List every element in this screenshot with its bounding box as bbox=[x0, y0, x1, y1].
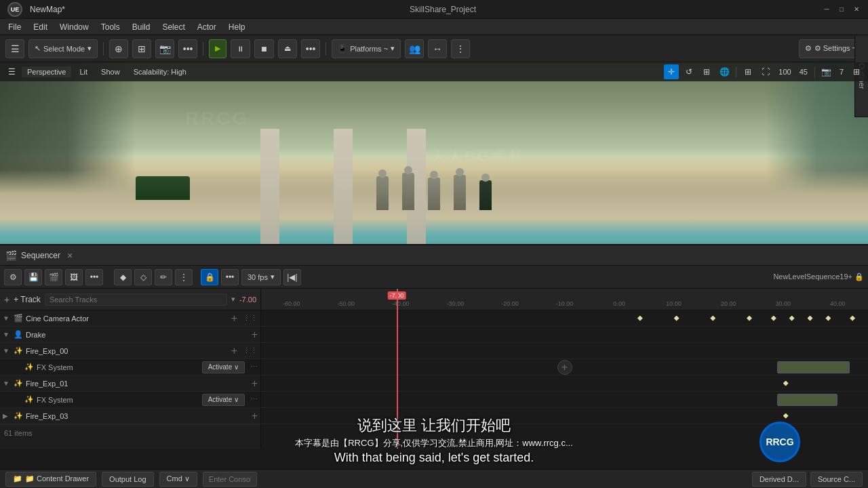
more-options-button[interactable]: ••• bbox=[178, 39, 197, 58]
activate-button-0[interactable]: Activate ∨ bbox=[202, 361, 245, 373]
add-to-track-fire01[interactable]: + bbox=[252, 378, 258, 389]
sequencer-toolbar: ⚙ 💾 🎬 🖼 ••• ◆ ◇ ✏ ⋮ 🔒 ••• 30 fps ▾ |◀| N… bbox=[0, 266, 868, 289]
share-button[interactable]: ↔ bbox=[428, 39, 447, 58]
track-fire-exp-00[interactable]: ▼ ✨ Fire_Exp_00 + ⋮⋮ bbox=[0, 343, 260, 359]
keyframe-7a bbox=[783, 413, 789, 419]
add-to-track-cine[interactable]: + bbox=[231, 313, 237, 324]
timeline-row-5 bbox=[261, 375, 868, 392]
expand-icon-fire00: ▼ bbox=[3, 347, 11, 354]
users-button[interactable]: 👥 bbox=[405, 39, 424, 58]
map-name: NewMap* bbox=[30, 5, 65, 14]
select-mode-label: Select Mode bbox=[43, 45, 85, 53]
sequencer-close-button[interactable]: × bbox=[67, 250, 73, 261]
activate-label-1: Activate ∨ bbox=[208, 396, 239, 403]
camera-button[interactable]: 📷 bbox=[155, 39, 174, 58]
pause-button[interactable]: ⏸ bbox=[231, 39, 250, 58]
launch-options-button[interactable]: ••• bbox=[301, 39, 320, 58]
sequencer-body: + + Track ▾ -7.00 ▼ 🎬 Cine Camera Actor … bbox=[0, 289, 868, 449]
figure-5 bbox=[479, 180, 492, 210]
viewport-menu-icon[interactable]: ☰ bbox=[4, 64, 19, 79]
seq-cine-btn[interactable]: 🎬 bbox=[45, 269, 62, 285]
snap-button[interactable]: ⊞ bbox=[132, 39, 151, 58]
window-controls: ─ □ ✕ bbox=[821, 3, 863, 16]
timeline-row-4: + bbox=[261, 359, 868, 375]
settings-icon: ⚙ bbox=[805, 44, 812, 53]
content-drawer-button[interactable]: 📁 📁 Content Drawer bbox=[5, 472, 96, 487]
seq-more-btn[interactable]: ⋮ bbox=[175, 269, 193, 285]
menu-tools[interactable]: Tools bbox=[96, 21, 125, 33]
grid-icon[interactable]: ⊞ bbox=[741, 64, 755, 79]
menu-edit[interactable]: Edit bbox=[28, 21, 53, 33]
select-mode-button[interactable]: ↖ Select Mode ▾ bbox=[28, 39, 98, 58]
track-fire-exp-01[interactable]: ▼ ✨ Fire_Exp_01 + bbox=[0, 375, 260, 392]
minimize-button[interactable]: ─ bbox=[821, 3, 833, 16]
stop-button[interactable]: ⏹ bbox=[254, 39, 274, 58]
stop-icon: ⏹ bbox=[260, 45, 268, 53]
keyframe-1i bbox=[850, 316, 855, 321]
seq-settings-btn[interactable]: ⚙ bbox=[4, 269, 22, 285]
filter-button[interactable]: ▾ bbox=[231, 295, 235, 304]
console-input[interactable] bbox=[203, 472, 257, 487]
menu-help[interactable]: Help bbox=[223, 21, 251, 33]
transform-button[interactable]: ⊕ bbox=[109, 39, 128, 58]
maximize-viewport-icon[interactable]: ⛶ bbox=[758, 64, 773, 79]
pause-icon: ⏸ bbox=[237, 45, 244, 53]
keyframe-1g bbox=[808, 316, 813, 321]
rotate-icon[interactable]: ↺ bbox=[682, 64, 696, 79]
seq-fps-selector[interactable]: 30 fps ▾ bbox=[241, 269, 281, 285]
add-track-button[interactable]: + Track bbox=[14, 295, 41, 304]
ue-logo-icon: UE bbox=[7, 2, 22, 17]
maximize-button[interactable]: □ bbox=[835, 3, 848, 16]
menu-file[interactable]: File bbox=[3, 21, 26, 33]
plus-button-timeline[interactable]: + bbox=[557, 360, 572, 375]
seq-key2-btn[interactable]: ◇ bbox=[134, 269, 152, 285]
seq-snap-btn[interactable]: |◀| bbox=[283, 269, 301, 285]
seq-lock-btn[interactable]: 🔒 bbox=[201, 269, 218, 285]
close-button[interactable]: ✕ bbox=[850, 3, 863, 16]
figure-2 bbox=[402, 173, 414, 210]
cmd-label: Cmd ∨ bbox=[167, 474, 190, 483]
seq-pencil-btn[interactable]: ✏ bbox=[155, 269, 172, 285]
grid-layout-icon[interactable]: ⊞ bbox=[849, 64, 864, 79]
seq-dots2-btn[interactable]: ••• bbox=[221, 269, 239, 285]
settings-button[interactable]: ⚙ ⚙ Settings ~ bbox=[799, 39, 863, 58]
track-cine-camera[interactable]: ▼ 🎬 Cine Camera Actor + ⋮⋮ bbox=[0, 310, 260, 327]
platforms-button[interactable]: 📱 Platforms ~ ▾ bbox=[332, 39, 401, 58]
add-to-track-fire00[interactable]: + bbox=[231, 346, 237, 357]
activate-button-1[interactable]: Activate ∨ bbox=[202, 394, 245, 406]
fps-chevron: ▾ bbox=[271, 272, 275, 281]
seq-key-btn[interactable]: ◆ bbox=[114, 269, 132, 285]
track-fx-system-1[interactable]: ✨ FX System Activate ∨ ⋯ bbox=[0, 392, 260, 408]
seq-dots-btn[interactable]: ••• bbox=[85, 269, 103, 285]
show-button[interactable]: Show bbox=[96, 66, 125, 77]
menu-build[interactable]: Build bbox=[127, 21, 156, 33]
cmd-button[interactable]: Cmd ∨ bbox=[159, 472, 197, 487]
seq-save-btn[interactable]: 💾 bbox=[24, 269, 42, 285]
scale-icon[interactable]: ⊞ bbox=[699, 64, 714, 79]
translate-icon[interactable]: ✛ bbox=[664, 64, 679, 79]
track-fx-system-0[interactable]: ✨ FX System Activate ∨ ⋯ bbox=[0, 359, 260, 375]
derived-data-button[interactable]: Derived D... bbox=[752, 472, 806, 487]
source-control-button[interactable]: Source C... bbox=[810, 472, 863, 487]
add-to-track-drake[interactable]: + bbox=[252, 329, 258, 340]
search-tracks-input[interactable] bbox=[45, 293, 227, 306]
lit-button[interactable]: Lit bbox=[74, 66, 93, 77]
output-log-button[interactable]: Output Log bbox=[102, 472, 153, 487]
world-icon[interactable]: 🌐 bbox=[717, 64, 732, 79]
camera-icon[interactable]: 📷 bbox=[819, 64, 834, 79]
hamburger-menu-button[interactable]: ☰ bbox=[5, 39, 24, 58]
add-to-track-fire03[interactable]: + bbox=[252, 411, 258, 422]
play-button[interactable]: ▶ bbox=[209, 39, 226, 58]
menu-actor[interactable]: Actor bbox=[192, 21, 222, 33]
select-mode-icon: ↖ bbox=[35, 44, 41, 53]
perspective-button[interactable]: Perspective bbox=[22, 66, 71, 77]
track-fire-exp-03[interactable]: ▶ ✨ Fire_Exp_03 + bbox=[0, 408, 260, 424]
menu-window[interactable]: Window bbox=[54, 21, 94, 33]
more-button[interactable]: ⋮ bbox=[451, 39, 470, 58]
track-drake[interactable]: ▼ 👤 Drake + bbox=[0, 327, 260, 343]
eject-button[interactable]: ⏏ bbox=[278, 39, 297, 58]
scalability-button[interactable]: Scalability: High bbox=[128, 66, 192, 77]
seq-render-btn[interactable]: 🖼 bbox=[65, 269, 83, 285]
vp-sep-2 bbox=[814, 66, 815, 77]
menu-select[interactable]: Select bbox=[157, 21, 190, 33]
